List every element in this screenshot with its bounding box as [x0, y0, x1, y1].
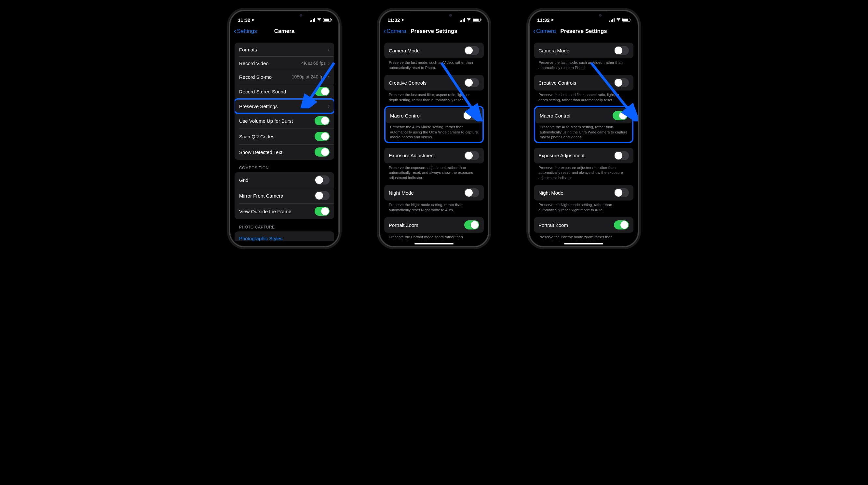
night-mode-footer: Preserve the Night mode setting, rather …: [384, 201, 484, 213]
back-button[interactable]: ‹ Settings: [234, 28, 257, 35]
battery-icon: [473, 18, 480, 22]
wifi-icon: [616, 18, 621, 22]
scan-qr-row: Scan QR Codes: [235, 128, 334, 144]
home-indicator[interactable]: [414, 243, 454, 244]
chevron-left-icon: ‹: [533, 28, 535, 35]
camera-mode-toggle[interactable]: [464, 46, 479, 55]
back-button[interactable]: ‹ Camera: [533, 28, 556, 35]
page-title: Preserve Settings: [560, 28, 607, 34]
creative-controls-row: Creative Controls: [534, 75, 633, 90]
show-detected-row: Show Detected Text: [235, 144, 334, 160]
notch: [260, 11, 309, 20]
cellular-icon: [310, 18, 316, 22]
cellular-icon: [460, 18, 465, 22]
chevron-left-icon: ‹: [383, 28, 386, 35]
mirror-toggle[interactable]: [315, 191, 330, 200]
navigation-bar: ‹ Camera Preserve Settings: [380, 25, 488, 38]
battery-icon: [622, 18, 630, 22]
mirror-row: Mirror Front Camera: [235, 188, 334, 204]
home-indicator[interactable]: [564, 243, 603, 244]
chevron-left-icon: ‹: [234, 28, 236, 35]
camera-mode-footer: Preserve the last mode, such as Video, r…: [534, 58, 633, 70]
camera-mode-row: Camera Mode: [384, 43, 484, 58]
portrait-zoom-toggle[interactable]: [464, 220, 479, 230]
back-button[interactable]: ‹ Camera: [383, 28, 406, 35]
camera-mode-footer: Preserve the last mode, such as Video, r…: [384, 58, 484, 70]
scan-qr-toggle[interactable]: [315, 132, 330, 141]
exposure-row: Exposure Adjustment: [534, 148, 633, 163]
night-mode-toggle[interactable]: [614, 188, 629, 197]
back-label: Camera: [536, 28, 556, 34]
portrait-zoom-footer: Preserve the Portrait mode zoom rather t…: [384, 233, 484, 241]
portrait-zoom-toggle[interactable]: [614, 220, 629, 230]
chevron-right-icon: ›: [328, 46, 330, 53]
status-time: 11:32: [388, 17, 400, 23]
composition-header: COMPOSITION: [235, 160, 334, 172]
location-icon: ➤: [551, 18, 554, 22]
content: Formats › Record Video 4K at 60 fps › Re…: [230, 38, 339, 241]
macro-control-toggle[interactable]: [463, 111, 478, 120]
formats-row[interactable]: Formats ›: [235, 43, 334, 56]
creative-controls-row: Creative Controls: [384, 75, 484, 90]
navigation-bar: ‹ Camera Preserve Settings: [529, 25, 638, 38]
page-title: Camera: [274, 28, 294, 34]
back-label: Camera: [386, 28, 406, 34]
content: Camera Mode Preserve the last mode, such…: [380, 38, 488, 241]
portrait-zoom-footer: Preserve the Portrait mode zoom rather t…: [534, 233, 633, 241]
volume-burst-toggle[interactable]: [315, 116, 330, 125]
macro-control-row: Macro Control: [385, 108, 483, 123]
content: Camera Mode Preserve the last mode, such…: [529, 38, 638, 241]
view-outside-row: View Outside the Frame: [235, 204, 334, 219]
creative-controls-toggle[interactable]: [614, 78, 629, 87]
chevron-right-icon: ›: [328, 103, 330, 110]
macro-control-toggle[interactable]: [613, 111, 627, 120]
notch: [410, 11, 458, 20]
night-mode-footer: Preserve the Night mode setting, rather …: [534, 201, 633, 213]
creative-controls-footer: Preserve the last used filter, aspect ra…: [534, 90, 633, 102]
battery-icon: [323, 18, 331, 22]
creative-controls-toggle[interactable]: [464, 78, 479, 87]
chevron-right-icon: ›: [328, 73, 330, 81]
night-mode-toggle[interactable]: [464, 188, 479, 197]
night-mode-row: Night Mode: [384, 185, 484, 201]
status-time: 11:32: [537, 17, 550, 23]
record-slomo-row[interactable]: Record Slo-mo 1080p at 240 fps ›: [235, 70, 334, 84]
exposure-row: Exposure Adjustment: [384, 148, 484, 163]
grid-row: Grid: [235, 172, 334, 188]
status-time: 11:32: [238, 17, 250, 23]
portrait-zoom-row: Portrait Zoom: [384, 217, 484, 233]
photo-capture-header: PHOTO CAPTURE: [235, 219, 334, 232]
creative-controls-footer: Preserve the last used filter, aspect ra…: [384, 90, 484, 102]
view-outside-toggle[interactable]: [315, 207, 330, 216]
show-detected-toggle[interactable]: [315, 147, 330, 157]
phone-preserve-macro-off: 11:32 ➤ ‹ Camera Preserve Settings Camer…: [379, 10, 489, 247]
exposure-footer: Preserve the exposure adjustment, rather…: [384, 163, 484, 181]
record-stereo-toggle[interactable]: [315, 87, 330, 96]
preserve-settings-row[interactable]: Preserve Settings ›: [235, 99, 334, 113]
wifi-icon: [316, 18, 322, 22]
camera-mode-row: Camera Mode: [534, 43, 633, 58]
back-label: Settings: [237, 28, 257, 34]
macro-highlight: Macro Control Preserve the Auto Macro se…: [534, 106, 633, 143]
phone-camera-settings: 11:32 ➤ ‹ Settings Camera Formats › Reco…: [229, 10, 340, 247]
exposure-toggle[interactable]: [464, 151, 479, 160]
night-mode-row: Night Mode: [534, 185, 633, 201]
record-video-row[interactable]: Record Video 4K at 60 fps ›: [235, 56, 334, 70]
page-title: Preserve Settings: [410, 28, 458, 34]
portrait-zoom-row: Portrait Zoom: [534, 217, 633, 233]
cellular-icon: [609, 18, 615, 22]
exposure-toggle[interactable]: [614, 151, 629, 160]
notch: [559, 11, 608, 20]
photographic-styles-row[interactable]: Photographic Styles: [235, 232, 334, 241]
grid-toggle[interactable]: [315, 176, 330, 185]
wifi-icon: [466, 18, 471, 22]
exposure-footer: Preserve the exposure adjustment, rather…: [534, 163, 633, 181]
volume-burst-row: Use Volume Up for Burst: [235, 113, 334, 128]
location-icon: ➤: [251, 18, 255, 22]
chevron-right-icon: ›: [328, 60, 330, 67]
macro-control-row: Macro Control: [535, 108, 632, 123]
camera-mode-toggle[interactable]: [614, 46, 629, 55]
navigation-bar: ‹ Settings Camera: [230, 25, 339, 38]
macro-control-footer: Preserve the Auto Macro setting, rather …: [535, 123, 632, 141]
record-stereo-row: Record Stereo Sound: [235, 84, 334, 99]
